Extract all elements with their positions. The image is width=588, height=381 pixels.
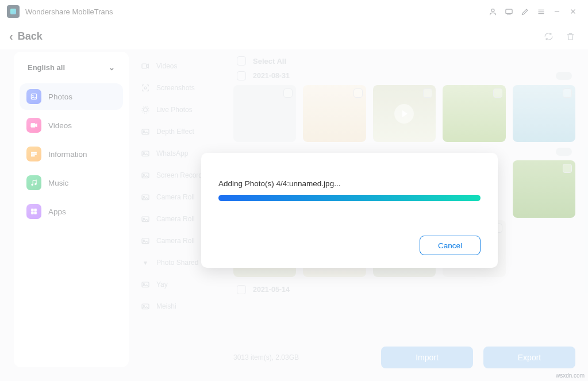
progress-bar (218, 195, 481, 201)
progress-message: Adding Photo(s) 4/4:unnamed.jpg... (218, 179, 481, 188)
cancel-button[interactable]: Cancel (420, 236, 481, 255)
watermark: wsxdn.com (556, 372, 585, 379)
progress-dialog: Adding Photo(s) 4/4:unnamed.jpg... Cance… (201, 153, 498, 268)
